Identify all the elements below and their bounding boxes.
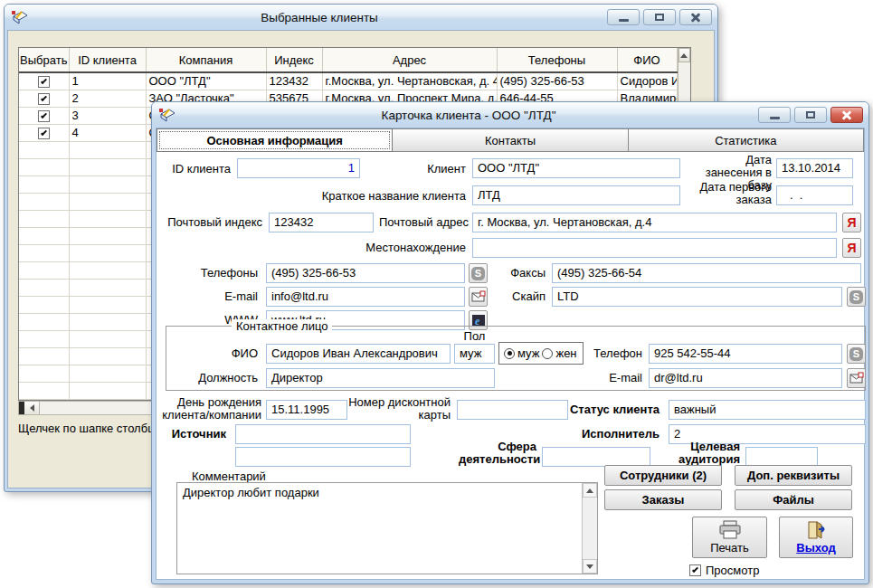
cell-id [69, 382, 146, 399]
col-header-id[interactable]: ID клиента [69, 48, 146, 72]
client-label: Клиент [405, 162, 466, 175]
minimize-icon[interactable] [607, 9, 640, 25]
skype-call-button[interactable]: S [847, 287, 866, 307]
col-header-select[interactable]: Выбрать [19, 48, 69, 72]
preview-checkbox[interactable] [689, 564, 701, 576]
card-titlebar[interactable]: Карточка клиента - ООО "ЛТД" [152, 102, 868, 128]
yandex-map-button[interactable]: Я [842, 238, 861, 258]
grid-hint-text: Щелчек по шапке столбц [18, 422, 155, 435]
scroll-left-icon[interactable] [24, 402, 40, 414]
comment-box[interactable]: Директор любит подарки [176, 482, 598, 574]
table-header-row[interactable]: Выбрать ID клиента Компания Индекс Адрес… [19, 48, 677, 72]
mail-icon [471, 290, 486, 303]
contact-phone-field[interactable]: 925 542-55-44 [649, 344, 842, 364]
cell-id [69, 244, 146, 261]
check-icon [41, 78, 47, 84]
faxes-field[interactable]: (495) 325-66-54 [552, 263, 861, 283]
comment-scrollbar[interactable] [582, 483, 597, 574]
tab-main-info[interactable]: Основная информация [157, 128, 393, 152]
id-field[interactable]: 1 [237, 158, 360, 178]
send-mail-button[interactable] [847, 368, 866, 388]
col-header-phones[interactable]: Телефоны [497, 48, 617, 72]
scroll-down-icon[interactable] [583, 559, 597, 574]
col-header-company[interactable]: Компания [146, 48, 266, 72]
clients-titlebar[interactable]: Выбранные клиенты [5, 5, 717, 30]
cell-id [69, 175, 146, 193]
gender-male-radio-label: муж [517, 346, 539, 360]
source-field-2[interactable] [235, 447, 411, 467]
skype-field[interactable]: LTD [552, 287, 842, 307]
gender-male-radio[interactable] [504, 348, 515, 359]
client-field[interactable]: ООО "ЛТД" [472, 158, 680, 178]
location-field[interactable] [472, 238, 837, 258]
maximize-icon[interactable] [794, 107, 827, 123]
date-added-field[interactable]: 13.10.2014 [776, 158, 853, 178]
postal-index-field[interactable]: 123432 [269, 213, 374, 232]
row-select-checkbox[interactable] [38, 110, 50, 122]
activity-field[interactable] [542, 447, 650, 467]
cell-id: 3 [69, 107, 146, 124]
discount-card-field[interactable] [457, 400, 568, 420]
tab-statistics[interactable]: Статистика [629, 128, 864, 152]
gender-field[interactable]: муж [454, 344, 495, 364]
status-field[interactable]: важный [669, 400, 866, 420]
cell-select [19, 227, 69, 244]
first-order-field[interactable]: . . [776, 185, 853, 205]
position-field[interactable]: Директор [266, 368, 495, 388]
print-button[interactable]: Печать [692, 517, 767, 558]
col-header-address[interactable]: Адрес [322, 48, 497, 72]
cell-id [69, 313, 146, 330]
employees-button[interactable]: Сотрудники (2) [604, 465, 722, 486]
scroll-up-icon[interactable] [583, 483, 597, 498]
short-name-field[interactable]: ЛТД [472, 185, 680, 205]
preview-option[interactable]: Просмотр [689, 564, 759, 577]
close-icon[interactable] [830, 107, 863, 123]
cell-select [19, 141, 69, 158]
card-window-title: Карточка клиента - ООО "ЛТД" [179, 109, 758, 122]
cell-select [19, 193, 69, 210]
extra-details-button[interactable]: Доп. реквизиты [735, 465, 852, 486]
cell-id [69, 227, 146, 244]
row-select-checkbox[interactable] [38, 76, 50, 88]
maximize-icon[interactable] [643, 9, 676, 25]
birthday-field[interactable]: 15.11.1995 [266, 400, 347, 420]
skype-icon: S [849, 347, 863, 361]
target-audience-field[interactable] [745, 447, 818, 467]
gender-female-radio[interactable] [542, 348, 553, 359]
postal-address-label: Почтовый адрес [379, 215, 466, 229]
cell-select [19, 279, 69, 296]
tab-contacts[interactable]: Контакты [393, 128, 628, 152]
skype-call-button[interactable]: S [847, 344, 866, 364]
client-card-window: Карточка клиента - ООО "ЛТД" Основная ин… [151, 101, 869, 584]
cell-select [19, 107, 69, 124]
phones-label: Телефоны [195, 266, 258, 280]
send-mail-button[interactable] [469, 287, 488, 307]
hand-note-icon [157, 108, 176, 123]
print-button-label: Печать [710, 541, 749, 555]
col-header-index[interactable]: Индекс [266, 48, 322, 72]
close-icon[interactable] [679, 9, 712, 25]
comment-text[interactable]: Директор любит подарки [177, 483, 582, 574]
files-button[interactable]: Файлы [735, 489, 852, 510]
check-icon [41, 95, 47, 101]
target-audience-label: Целевая аудитория [677, 441, 740, 466]
postal-address-field[interactable]: г. Москва, ул. Чертановская, д.4 [472, 213, 837, 232]
phones-field[interactable]: (495) 325-66-53 [266, 263, 465, 283]
contact-email-field[interactable]: dr@ltd.ru [649, 368, 842, 388]
contact-fio-field[interactable]: Сидоров Иван Александрович [266, 344, 451, 364]
skype-call-button[interactable]: S [469, 263, 488, 283]
exit-button[interactable]: Выход [779, 517, 853, 558]
first-order-label: Дата первого заказа [688, 181, 772, 206]
check-icon [41, 129, 47, 136]
col-header-fio[interactable]: ФИО [617, 48, 677, 72]
source-field-1[interactable] [235, 424, 411, 444]
minimize-icon[interactable] [758, 107, 791, 123]
scroll-up-icon[interactable] [678, 48, 691, 62]
email-field[interactable]: info@ltd.ru [266, 287, 465, 307]
row-select-checkbox[interactable] [38, 128, 50, 139]
row-select-checkbox[interactable] [38, 93, 50, 105]
table-row[interactable]: 1ООО "ЛТД"123432г.Москва, ул. Чертановск… [19, 72, 677, 90]
cell-id: 4 [69, 124, 146, 141]
orders-button[interactable]: Заказы [604, 489, 722, 510]
yandex-map-button[interactable]: Я [842, 213, 861, 232]
